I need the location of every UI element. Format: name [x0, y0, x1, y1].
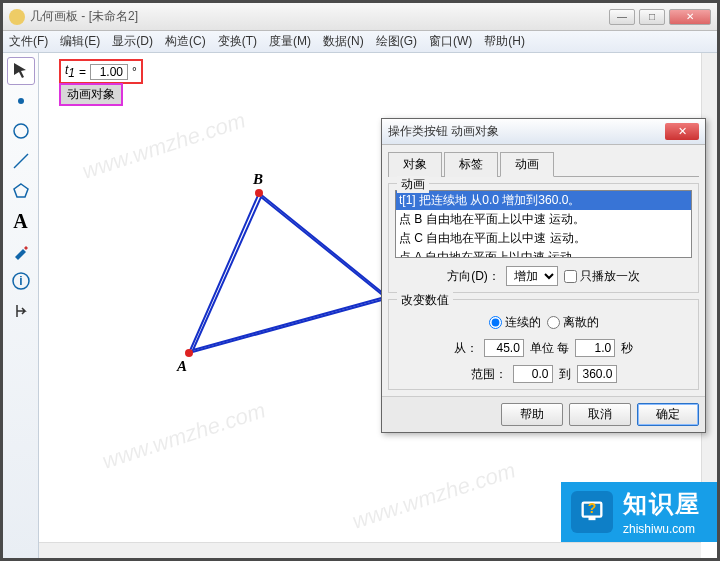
text-tool[interactable]: A	[7, 207, 35, 235]
brand-url: zhishiwu.com	[623, 522, 701, 536]
range-to-input[interactable]	[577, 365, 617, 383]
custom-tool[interactable]	[7, 297, 35, 325]
parameter-display[interactable]: t1 = 1.00 °	[59, 59, 143, 84]
info-tool[interactable]: i	[7, 267, 35, 295]
svg-marker-7	[193, 197, 385, 350]
help-button[interactable]: 帮助	[501, 403, 563, 426]
brand-badge: ? 知识屋 zhishiwu.com	[561, 482, 717, 542]
svg-point-1	[14, 124, 28, 138]
menu-graph[interactable]: 绘图(G)	[376, 33, 417, 50]
brand-name: 知识屋	[623, 488, 701, 520]
svg-text:?: ?	[588, 500, 597, 516]
menu-edit[interactable]: 编辑(E)	[60, 33, 100, 50]
tab-animation[interactable]: 动画	[500, 152, 554, 177]
menu-file[interactable]: 文件(F)	[9, 33, 48, 50]
marker-tool[interactable]	[7, 237, 35, 265]
horizontal-scrollbar[interactable]	[39, 542, 701, 558]
play-once-checkbox[interactable]: 只播放一次	[564, 268, 640, 285]
point-label-a: A	[177, 358, 187, 375]
svg-marker-3	[14, 184, 28, 197]
menu-transform[interactable]: 变换(T)	[218, 33, 257, 50]
tool-palette: A i	[3, 53, 39, 558]
list-item[interactable]: 点 B 自由地在平面上以中速 运动。	[396, 210, 691, 229]
tab-object[interactable]: 对象	[388, 152, 442, 177]
menu-data[interactable]: 数据(N)	[323, 33, 364, 50]
animation-dialog: 操作类按钮 动画对象 ✕ 对象 标签 动画 动画 t[1] 把连续地 从0.0 …	[381, 118, 706, 433]
svg-point-9	[255, 189, 263, 197]
watermark: www.wmzhe.com	[349, 457, 519, 534]
list-item[interactable]: t[1] 把连续地 从0.0 增加到360.0。	[396, 191, 691, 210]
svg-point-8	[185, 349, 193, 357]
animation-group: 动画 t[1] 把连续地 从0.0 增加到360.0。 点 B 自由地在平面上以…	[388, 183, 699, 293]
app-icon	[9, 9, 25, 25]
direction-label: 方向(D)：	[447, 268, 500, 285]
animation-list[interactable]: t[1] 把连续地 从0.0 增加到360.0。 点 B 自由地在平面上以中速 …	[395, 190, 692, 258]
change-value-group: 改变数值 连续的 离散的 从： 单位 每 秒 范围： 到	[388, 299, 699, 390]
list-item[interactable]: 点 A 自由地在平面上以中速 运动。	[396, 248, 691, 258]
watermark: www.wmzhe.com	[99, 397, 269, 474]
discrete-radio[interactable]: 离散的	[547, 314, 599, 331]
ok-button[interactable]: 确定	[637, 403, 699, 426]
dialog-close-button[interactable]: ✕	[665, 123, 699, 140]
cancel-button[interactable]: 取消	[569, 403, 631, 426]
unit-input[interactable]	[575, 339, 615, 357]
brand-icon: ?	[571, 491, 613, 533]
range-from-input[interactable]	[513, 365, 553, 383]
menu-help[interactable]: 帮助(H)	[484, 33, 525, 50]
menu-display[interactable]: 显示(D)	[112, 33, 153, 50]
window-titlebar: 几何画板 - [未命名2] — □ ✕	[3, 3, 717, 31]
from-input[interactable]	[484, 339, 524, 357]
polygon-tool[interactable]	[7, 177, 35, 205]
arrow-tool[interactable]	[7, 57, 35, 85]
svg-line-2	[14, 154, 28, 168]
svg-text:i: i	[19, 274, 22, 288]
svg-marker-6	[189, 193, 389, 353]
menu-measure[interactable]: 度量(M)	[269, 33, 311, 50]
animate-object-button[interactable]: 动画对象	[59, 83, 123, 106]
line-tool[interactable]	[7, 147, 35, 175]
menu-construct[interactable]: 构造(C)	[165, 33, 206, 50]
tab-label[interactable]: 标签	[444, 152, 498, 177]
maximize-button[interactable]: □	[639, 9, 665, 25]
menu-window[interactable]: 窗口(W)	[429, 33, 472, 50]
menu-bar: 文件(F) 编辑(E) 显示(D) 构造(C) 变换(T) 度量(M) 数据(N…	[3, 31, 717, 53]
triangle-shape	[159, 173, 419, 373]
window-title: 几何画板 - [未命名2]	[30, 8, 609, 25]
continuous-radio[interactable]: 连续的	[489, 314, 541, 331]
svg-rect-12	[589, 517, 596, 521]
dialog-tabs: 对象 标签 动画	[388, 151, 699, 177]
close-button[interactable]: ✕	[669, 9, 711, 25]
point-label-b: B	[253, 171, 263, 188]
dialog-title: 操作类按钮 动画对象	[388, 123, 665, 140]
minimize-button[interactable]: —	[609, 9, 635, 25]
direction-select[interactable]: 增加	[506, 266, 558, 286]
list-item[interactable]: 点 C 自由地在平面上以中速 运动。	[396, 229, 691, 248]
circle-tool[interactable]	[7, 117, 35, 145]
svg-point-0	[18, 98, 24, 104]
point-tool[interactable]	[7, 87, 35, 115]
